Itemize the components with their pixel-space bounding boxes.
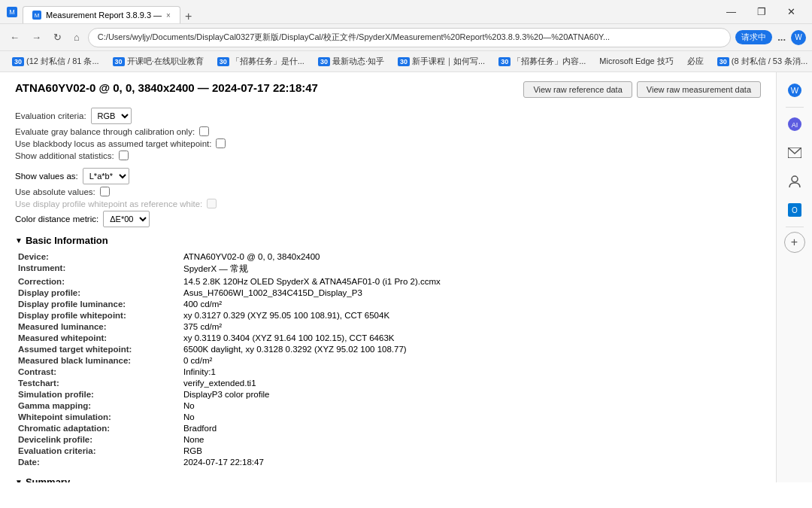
svg-text:M: M [35, 12, 40, 19]
sidebar-divider-1 [786, 107, 804, 108]
basic-info-field-label: Correction: [15, 275, 180, 287]
basic-info-field-value: None [180, 433, 761, 445]
bookmark-bing[interactable]: 必应 [681, 54, 710, 68]
back-button[interactable]: ← [6, 29, 23, 45]
blackbody-checkbox[interactable] [216, 138, 226, 148]
bookmark-badge-9: 30 [717, 57, 729, 66]
bookmark-label-8: 必应 [687, 56, 704, 67]
color-distance-row: Color distance metric: ΔE*00 [15, 211, 761, 227]
tab-close-button[interactable]: × [166, 11, 171, 20]
svg-text:M: M [9, 8, 15, 16]
close-button[interactable]: ✕ [777, 3, 806, 20]
color-distance-select[interactable]: ΔE*00 [103, 211, 150, 227]
basic-info-row: Display profile luminance:400 cd/m² [15, 298, 761, 309]
bookmark-course[interactable]: 30 新手课程｜如何写... [392, 54, 491, 68]
sidebar-add-button[interactable]: + [784, 232, 805, 253]
eval-criteria-select[interactable]: RGB [91, 108, 132, 124]
basic-info-field-label: Testchart: [15, 377, 180, 388]
sidebar-divider-2 [786, 227, 804, 227]
basic-info-field-label: Display profile luminance: [15, 298, 180, 309]
basic-info-field-value: 14.5 2.8K 120Hz OLED SpyderX & ATNA45AF0… [180, 275, 761, 287]
basic-info-field-value: RGB [180, 445, 761, 456]
sidebar-outlook-button[interactable]: O [783, 198, 807, 222]
basic-info-row: Measured black luminance:0 cd/m² [15, 354, 761, 366]
new-tab-button[interactable]: + [180, 10, 196, 23]
bookmark-edge-tips[interactable]: Microsoft Edge 技巧 [593, 54, 679, 68]
section-triangle-basic: ▼ [15, 236, 23, 245]
basic-info-field-label: Date: [15, 456, 180, 467]
active-tab[interactable]: M Measurement Report 3.8.9.3 — × [23, 6, 180, 23]
bookmark-label-4: 最新动态·知乎 [332, 56, 384, 67]
browser-titlebar: M M Measurement Report 3.8.9.3 — × + — ❐… [0, 0, 812, 24]
basic-info-field-value: SpyderX — 常规 [180, 262, 761, 275]
additional-stats-row: Show additional statistics: [15, 151, 761, 160]
absolute-values-checkbox[interactable] [100, 187, 110, 196]
basic-info-field-label: Evaluation criteria: [15, 445, 180, 456]
basic-info-field-label: Device: [15, 251, 180, 262]
options-section: Evaluation criteria: RGB Evaluate gray b… [15, 108, 761, 160]
view-raw-reference-button[interactable]: View raw reference data [523, 81, 632, 98]
minimize-button[interactable]: — [716, 3, 747, 20]
main-content: ATNA60YV02-0 @ 0, 0, 3840x2400 — 2024-07… [0, 72, 776, 482]
basic-info-title: Basic Information [26, 235, 108, 246]
gray-balance-row: Evaluate gray balance through calibratio… [15, 126, 761, 136]
bookmark-label-1: (12 封私信 / 81 条... [26, 56, 99, 67]
basic-info-table: Device:ATNA60YV02-0 @ 0, 0, 3840x2400Ins… [15, 251, 761, 467]
sidebar-copilot-button[interactable]: AI [783, 112, 807, 136]
absolute-values-label: Use absolute values: [15, 187, 95, 196]
basic-info-row: Display profile:Asus_H7606WI_1002_834C41… [15, 287, 761, 298]
additional-stats-checkbox[interactable] [119, 151, 129, 160]
show-values-select[interactable]: L*a*b* [83, 168, 129, 184]
basic-info-field-label: Chromatic adaptation: [15, 422, 180, 433]
refresh-button[interactable]: ↻ [50, 29, 65, 45]
display-profile-row: Use display profile whitepoint as refere… [15, 199, 761, 208]
bookmark-kaikeba[interactable]: 30 开课吧·在线职业教育 [107, 54, 210, 68]
extensions-button[interactable]: 请求中 [735, 30, 772, 44]
sidebar-mail-button[interactable] [783, 141, 807, 165]
basic-info-field-label: Measured luminance: [15, 321, 180, 332]
display-profile-label: Use display profile whitepoint as refere… [15, 199, 202, 208]
sidebar-people-button[interactable] [783, 169, 807, 193]
bookmark-recruit2[interactable]: 30 「招募任务」内容... [492, 54, 592, 68]
bookmark-label-2: 开课吧·在线职业教育 [127, 56, 204, 67]
eval-criteria-label: Evaluation criteria: [15, 111, 86, 120]
bookmark-recruit1[interactable]: 30 「招募任务」是什... [211, 54, 311, 68]
basic-info-field-value: Bradford [180, 422, 761, 433]
bookmark-badge-4: 30 [318, 57, 330, 66]
bookmark-label-3: 「招募任务」是什... [232, 56, 304, 67]
address-bar[interactable]: C:/Users/wyljy/Documents/DisplayCal0327更… [88, 28, 731, 47]
bookmark-label-6: 「招募任务」内容... [513, 56, 586, 67]
basic-info-field-label: Assumed target whitepoint: [15, 343, 180, 354]
basic-info-field-label: Instrument: [15, 262, 180, 275]
tab-favicon: M [32, 11, 41, 20]
bookmark-mail2[interactable]: 30 (8 封私信 / 53 条消... [711, 54, 812, 68]
more-options-button[interactable]: ... [775, 29, 788, 45]
display-profile-checkbox[interactable] [207, 199, 217, 208]
basic-info-field-value: ATNA60YV02-0 @ 0, 0, 3840x2400 [180, 251, 761, 262]
forward-button[interactable]: → [28, 29, 45, 45]
basic-info-row: Assumed target whitepoint:6500K daylight… [15, 343, 761, 354]
svg-text:AI: AI [791, 121, 798, 129]
restore-button[interactable]: ❐ [747, 3, 777, 20]
basic-info-row: Gamma mapping:No [15, 400, 761, 411]
home-button[interactable]: ⌂ [70, 29, 83, 45]
profile-avatar[interactable]: W [791, 30, 806, 45]
show-values-row: Show values as: L*a*b* [15, 168, 761, 184]
bookmark-badge-2: 30 [113, 57, 125, 66]
additional-stats-label: Show additional statistics: [15, 151, 114, 160]
bookmark-mail[interactable]: 30 (12 封私信 / 81 条... [6, 54, 105, 68]
basic-info-field-value: DisplayP3 color profile [180, 388, 761, 400]
gray-balance-checkbox[interactable] [199, 126, 209, 136]
gray-balance-label: Evaluate gray balance through calibratio… [15, 127, 195, 136]
view-raw-measurement-button[interactable]: View raw measurement data [637, 81, 761, 98]
bookmark-zhihu[interactable]: 30 最新动态·知乎 [312, 54, 390, 68]
basic-info-field-label: Simulation profile: [15, 388, 180, 400]
basic-info-field-value: xy 0.3119 0.3404 (XYZ 91.64 100 102.15),… [180, 332, 761, 343]
show-values-label: Show values as: [15, 172, 78, 181]
bookmark-badge-3: 30 [217, 57, 229, 66]
tab-title: Measurement Report 3.8.9.3 — [46, 11, 162, 20]
sidebar-profile-button[interactable]: W [783, 78, 807, 102]
basic-info-row: Simulation profile:DisplayP3 color profi… [15, 388, 761, 400]
basic-info-field-label: Display profile whitepoint: [15, 309, 180, 321]
absolute-values-row: Use absolute values: [15, 187, 761, 196]
